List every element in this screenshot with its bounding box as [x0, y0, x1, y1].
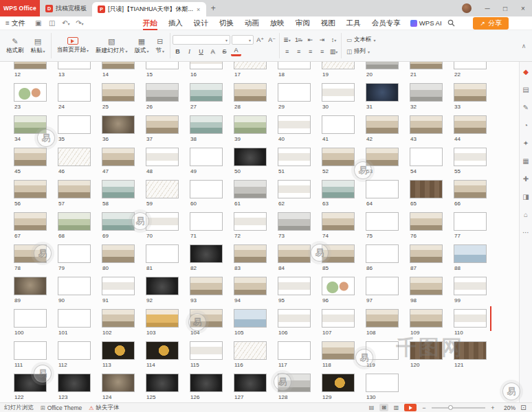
slide-thumbnail-image[interactable]	[410, 244, 443, 263]
slide-thumbnail[interactable]: 81	[146, 244, 190, 277]
menu-tab-6[interactable]: 审阅	[290, 16, 315, 30]
slide-thumbnail-image[interactable]	[322, 244, 355, 263]
decrease-indent-icon[interactable]	[308, 36, 313, 43]
slide-thumbnail-image[interactable]	[454, 341, 487, 360]
slide-thumbnail[interactable]: 126	[190, 374, 234, 402]
smart-beautify-icon[interactable]: ✦	[520, 137, 532, 149]
slide-thumbnail-image[interactable]	[234, 212, 267, 231]
slide-thumbnail-image[interactable]	[102, 180, 135, 198]
slide-thumbnail-image[interactable]	[14, 148, 47, 166]
doc-tab-presentation[interactable]: P [只读]【TIANHUA天华】休斯... ×	[92, 2, 206, 16]
menu-tab-8[interactable]: 工具	[341, 16, 366, 30]
slide-thumbnail-image[interactable]	[190, 244, 223, 263]
slide-thumbnail-image[interactable]	[278, 244, 311, 263]
slide-thumbnail[interactable]: 38	[190, 115, 234, 148]
normal-view-button[interactable]	[367, 404, 376, 411]
underline-button[interactable]: U	[196, 47, 206, 56]
slide-thumbnail[interactable]: 53	[366, 148, 410, 180]
font-color-button[interactable]: A	[231, 47, 241, 56]
slide-thumbnail[interactable]: 114	[146, 341, 190, 374]
zoom-slider[interactable]	[432, 404, 485, 411]
slide-thumbnail-image[interactable]	[102, 277, 135, 295]
slide-thumbnail[interactable]: 30	[322, 83, 366, 115]
slide-thumbnail[interactable]: 105	[234, 309, 278, 341]
slide-thumbnail[interactable]: 28	[234, 83, 278, 115]
collapse-ribbon-button[interactable]	[518, 41, 529, 52]
format-painter-button[interactable]: 格式刷	[3, 36, 27, 56]
increase-indent-icon[interactable]	[320, 36, 325, 43]
slide-thumbnail[interactable]: 37	[146, 115, 190, 148]
maximize-button[interactable]: □	[496, 0, 514, 16]
slide-thumbnail-image[interactable]	[58, 83, 91, 102]
slide-thumbnail-image[interactable]	[278, 277, 311, 295]
slide-thumbnail[interactable]: 48	[146, 148, 190, 180]
bullets-icon[interactable]	[283, 36, 289, 43]
slide-thumbnail-image[interactable]	[278, 309, 311, 328]
slide-thumbnail-image[interactable]	[322, 212, 355, 231]
layout-panel-icon[interactable]: ▦	[520, 155, 532, 167]
slide-thumbnail[interactable]: 125	[146, 374, 190, 402]
slide-thumbnail[interactable]: 27	[190, 83, 234, 115]
paste-button[interactable]: 粘贴	[27, 36, 49, 56]
home-panel-icon[interactable]: ⌂	[520, 209, 532, 220]
slide-thumbnail-image[interactable]	[102, 62, 135, 69]
slide-thumbnail-image[interactable]	[410, 148, 443, 166]
slide-thumbnail-image[interactable]	[190, 277, 223, 295]
slide-thumbnail-image[interactable]	[234, 309, 267, 328]
slide-thumbnail[interactable]: 104	[190, 309, 234, 341]
slide-thumbnail[interactable]: 73	[278, 212, 322, 244]
slide-thumbnail-image[interactable]	[58, 148, 91, 166]
slide-thumbnail-image[interactable]	[58, 374, 91, 392]
slide-thumbnail[interactable]: 43	[410, 115, 454, 148]
slide-thumbnail-image[interactable]	[14, 309, 47, 328]
slide-thumbnail-image[interactable]	[278, 62, 311, 69]
slide-thumbnail[interactable]: 76	[410, 212, 454, 244]
arrange-button[interactable]: 排列	[344, 47, 379, 56]
slide-thumbnail-image[interactable]	[410, 83, 443, 102]
slide-thumbnail[interactable]: 39	[234, 115, 278, 148]
undo-icon[interactable]	[62, 19, 67, 27]
slide-thumbnail[interactable]: 46	[58, 148, 102, 180]
slide-thumbnail-image[interactable]	[102, 341, 135, 360]
slide-thumbnail[interactable]: 68	[58, 212, 102, 244]
slide-thumbnail[interactable]: 83	[234, 244, 278, 277]
align-left-icon[interactable]	[285, 48, 289, 55]
animation-panel-icon[interactable]: ◔	[520, 119, 532, 131]
slide-thumbnail[interactable]: 118	[322, 341, 366, 374]
slide-thumbnail[interactable]: 123	[58, 374, 102, 402]
slide-thumbnail-image[interactable]	[190, 341, 223, 360]
slide-thumbnail-image[interactable]	[58, 212, 91, 231]
slide-thumbnail[interactable]: 44	[454, 115, 498, 148]
slide-thumbnail-image[interactable]	[278, 374, 311, 392]
slide-thumbnail-image[interactable]	[234, 180, 267, 198]
slide-thumbnail[interactable]: 36	[102, 115, 146, 148]
new-slide-button[interactable]: 新建幻灯片	[92, 36, 131, 56]
slide-thumbnail[interactable]: 101	[58, 309, 102, 341]
slide-thumbnail[interactable]: 26	[146, 83, 190, 115]
menu-tab-5[interactable]: 放映	[265, 16, 290, 30]
menu-tab-2[interactable]: 设计	[188, 16, 214, 30]
slide-thumbnail-image[interactable]	[146, 309, 179, 328]
slide-thumbnail[interactable]: 113	[102, 341, 146, 374]
slide-thumbnail[interactable]: 31	[366, 83, 410, 115]
slide-thumbnail-image[interactable]	[322, 309, 355, 328]
slide-thumbnail[interactable]: 74	[322, 212, 366, 244]
slide-thumbnail[interactable]: 45	[14, 148, 58, 180]
slide-thumbnail[interactable]: 91	[102, 277, 146, 309]
slide-thumbnail[interactable]: 75	[366, 212, 410, 244]
slide-thumbnail[interactable]: 117	[278, 341, 322, 374]
slide-thumbnail[interactable]: 16	[190, 62, 234, 83]
theme-indicator[interactable]: Office Theme	[41, 404, 82, 411]
slide-thumbnail-image[interactable]	[102, 148, 135, 166]
slide-thumbnail-image[interactable]	[454, 309, 487, 328]
menu-tab-0[interactable]: 开始	[137, 16, 163, 30]
slide-thumbnail[interactable]: 97	[366, 277, 410, 309]
menu-tab-7[interactable]: 视图	[315, 16, 341, 30]
slide-thumbnail[interactable]: 82	[190, 244, 234, 277]
share-button[interactable]: 分享	[473, 17, 509, 30]
slide-thumbnail-image[interactable]	[190, 115, 223, 134]
slide-thumbnail[interactable]: 130	[366, 374, 410, 402]
font-family-select[interactable]	[173, 35, 230, 45]
slide-thumbnail[interactable]: 124	[102, 374, 146, 402]
slide-thumbnail[interactable]: 129	[322, 374, 366, 402]
